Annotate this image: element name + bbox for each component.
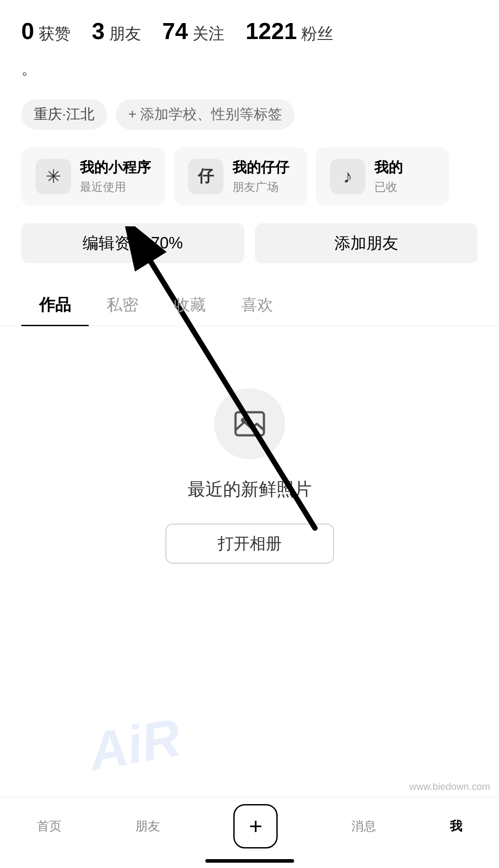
- nav-plus-button[interactable]: +: [233, 804, 278, 848]
- add-tag-label: + 添加学校、性别等标签: [128, 105, 283, 124]
- bio-section: 。: [0, 58, 499, 99]
- nav-plus-icon: +: [249, 813, 262, 840]
- friends-label: 朋友: [109, 23, 141, 45]
- add-friend-button[interactable]: 添加朋友: [255, 223, 478, 263]
- tab-favorites[interactable]: 收藏: [156, 285, 224, 326]
- nav-friends-label: 朋友: [135, 818, 160, 835]
- following-label: 关注: [193, 23, 224, 45]
- tags-row: 重庆·江北 + 添加学校、性别等标签: [0, 99, 499, 147]
- following-count: 74: [162, 18, 188, 44]
- mini-app-name-3: 我的: [374, 158, 403, 178]
- tab-works-label: 作品: [39, 296, 71, 314]
- stat-likes: 0 获赞: [21, 18, 71, 45]
- location-tag[interactable]: 重庆·江北: [21, 99, 107, 130]
- mini-app-name-1: 我的小程序: [80, 158, 151, 178]
- stats-row: 0 获赞 3 朋友 74 关注 1221 粉丝: [0, 0, 499, 58]
- nav-me-label: 我: [450, 818, 462, 835]
- mini-app-icon-1: ✳: [35, 159, 71, 194]
- empty-icon-wrapper: [214, 388, 285, 459]
- tab-favorites-label: 收藏: [174, 296, 206, 314]
- empty-title: 最近的新鲜照片: [188, 477, 312, 501]
- bottom-nav: 首页 朋友 + 消息 我: [0, 797, 499, 868]
- home-indicator: [205, 859, 294, 863]
- friends-count: 3: [92, 18, 105, 44]
- mini-app-sub-2: 朋友广场: [232, 179, 289, 195]
- mini-app-info-2: 我的仔仔 朋友广场: [232, 158, 289, 195]
- nav-home[interactable]: 首页: [37, 818, 62, 835]
- add-tag-button[interactable]: + 添加学校、性别等标签: [116, 99, 295, 130]
- svg-rect-2: [236, 412, 264, 435]
- empty-content: 最近的新鲜照片 打开相册: [0, 353, 499, 599]
- tab-works[interactable]: 作品: [21, 285, 89, 326]
- likes-label: 获赞: [39, 23, 71, 45]
- nav-me[interactable]: 我: [450, 818, 462, 835]
- nav-friends[interactable]: 朋友: [135, 818, 160, 835]
- open-album-button[interactable]: 打开相册: [165, 524, 334, 564]
- tab-private-label: 私密: [106, 296, 138, 314]
- mini-app-item[interactable]: ✳ 我的小程序 最近使用: [21, 147, 165, 205]
- mini-apps-row: ✳ 我的小程序 最近使用 仔 我的仔仔 朋友广场 ♪ 我的 已收: [0, 147, 499, 223]
- mini-app-sub-3: 已收: [374, 179, 403, 195]
- stat-following: 74 关注: [162, 18, 224, 45]
- tab-likes[interactable]: 喜欢: [224, 285, 291, 326]
- mini-app-icon-2: 仔: [188, 159, 224, 194]
- stat-followers: 1221 粉丝: [246, 18, 334, 45]
- likes-count: 0: [21, 18, 34, 44]
- watermark: www.biedown.com: [409, 781, 490, 793]
- mini-app-info-1: 我的小程序 最近使用: [80, 158, 151, 195]
- mini-app-name-2: 我的仔仔: [232, 158, 289, 178]
- mini-app-sub-1: 最近使用: [80, 179, 151, 195]
- nav-messages[interactable]: 消息: [351, 818, 376, 835]
- tab-likes-label: 喜欢: [241, 296, 273, 314]
- content-tabs: 作品 私密 收藏 喜欢: [0, 285, 499, 326]
- nav-home-label: 首页: [37, 818, 62, 835]
- followers-count: 1221: [246, 18, 297, 44]
- mini-app-item-2[interactable]: 仔 我的仔仔 朋友广场: [174, 147, 307, 205]
- stat-friends: 3 朋友: [92, 18, 141, 45]
- action-buttons: 编辑资料 70% 添加朋友: [0, 223, 499, 285]
- edit-profile-button[interactable]: 编辑资料 70%: [21, 223, 244, 263]
- nav-plus[interactable]: +: [233, 804, 278, 848]
- bio-dot: 。: [21, 58, 478, 80]
- followers-label: 粉丝: [301, 23, 333, 45]
- mini-app-icon-3: ♪: [330, 159, 365, 194]
- tab-private[interactable]: 私密: [89, 285, 156, 326]
- air-watermark: AiR: [84, 706, 185, 782]
- mini-app-info-3: 我的 已收: [374, 158, 403, 195]
- nav-messages-label: 消息: [351, 818, 376, 835]
- image-placeholder-icon: [232, 406, 267, 442]
- mini-app-item-3[interactable]: ♪ 我的 已收: [316, 147, 449, 205]
